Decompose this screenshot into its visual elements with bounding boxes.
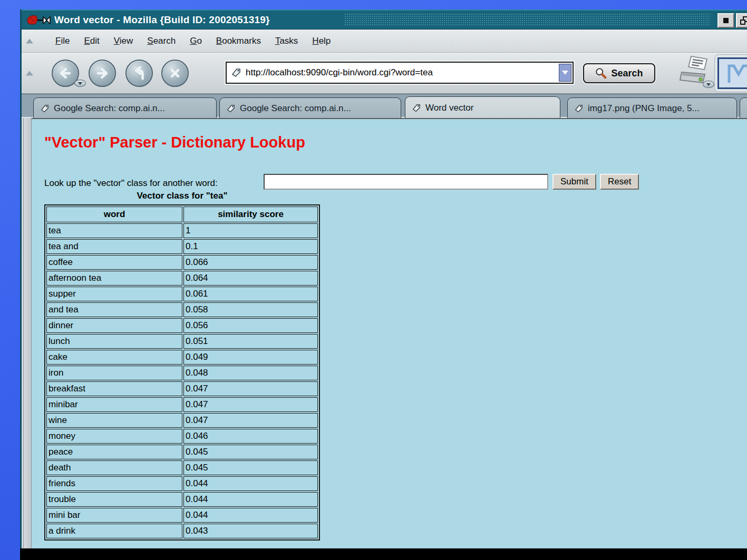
table-header-row: word similarity score [46,207,318,222]
tab-4[interactable]: img17.png (PNG Image, 5... [567,97,737,119]
cell-score: 0.047 [183,381,318,396]
search-button-label: Search [611,68,643,79]
forward-button[interactable] [89,60,116,87]
cell-word: friends [46,476,182,491]
window-title: Word vector - Mozilla {Build ID: 2002051… [54,14,270,26]
table-row: afternoon tea0.064 [46,271,318,286]
navigation-toolbar: Search [22,53,747,94]
table-row: dinner0.056 [46,318,318,333]
titlebar-texture [344,13,710,26]
sidebar-splitter[interactable] [23,118,32,548]
minimize-button[interactable] [717,13,734,28]
tab-1[interactable]: Google Search: comp.ai.n... [33,97,217,119]
tab-partial[interactable] [740,97,747,119]
page-content: "Vector" Parser - Dictionary Lookup Look… [32,118,747,548]
url-input[interactable] [241,63,559,83]
toolbar-grippy-icon[interactable] [26,71,33,76]
cell-score: 0.046 [183,429,318,444]
print-dropdown[interactable] [703,81,714,88]
results-table: word similarity score tea1tea and0.1coff… [44,204,320,541]
cell-score: 0.066 [183,255,318,270]
throbber[interactable] [714,54,747,92]
cell-score: 0.064 [183,271,318,286]
tab-2[interactable]: Google Search: comp.ai.n... [219,97,401,119]
cell-word: coffee [46,255,182,270]
title-bar[interactable]: Word vector - Mozilla {Build ID: 2002051… [22,9,747,30]
menu-item-view[interactable]: View [114,36,133,46]
bookmark-tag-icon [231,67,241,78]
cell-word: afternoon tea [46,271,182,286]
desktop: { "window": { "title": "Word vector - Mo… [0,0,747,560]
cell-score: 0.047 [183,397,318,412]
bookmark-tag-icon [574,104,584,113]
column-header-score: similarity score [183,207,318,222]
back-dropdown[interactable] [74,80,86,87]
cell-score: 0.044 [183,492,318,507]
magnifier-icon [595,67,607,79]
forward-arrow-icon [93,64,111,82]
menu-item-edit[interactable]: Edit [84,36,99,46]
stop-button[interactable] [161,60,189,87]
cell-word: lunch [46,334,182,349]
table-row: iron0.048 [46,366,318,380]
word-lookup-input[interactable] [264,174,548,190]
table-row: wine0.047 [46,413,318,428]
menu-item-go[interactable]: Go [190,36,202,46]
cell-word: and tea [46,302,182,317]
cell-score: 0.045 [183,460,318,475]
table-row: lunch0.051 [46,334,318,349]
table-row: breakfast0.047 [46,381,318,396]
cell-word: supper [46,287,182,301]
cell-word: death [46,460,182,475]
cell-word: minibar [46,397,182,412]
search-button[interactable]: Search [583,63,655,83]
menu-bar: FileEditViewSearchGoBookmarksTasksHelp [22,30,747,53]
cell-score: 1 [183,223,318,238]
minimize-icon [723,18,729,23]
toolbar-grippy-icon[interactable] [26,38,33,43]
back-arrow-icon [56,64,74,82]
tab-label: Google Search: comp.ai.n... [240,103,351,114]
cell-score: 0.049 [183,350,318,365]
table-row: trouble0.044 [46,492,318,507]
restore-icon [740,16,747,25]
tab-bar: Google Search: comp.ai.n...Google Search… [22,94,747,118]
url-bar [226,62,574,84]
menu-item-bookmarks[interactable]: Bookmarks [216,36,261,46]
cell-score: 0.058 [183,302,318,317]
cell-word: wine [46,413,182,428]
cell-word: tea [46,223,182,238]
table-row: minibar0.047 [46,397,318,412]
url-dropdown-button[interactable] [559,64,571,82]
tab-3[interactable]: Word vector [405,96,560,119]
cell-word: breakfast [46,381,182,396]
menu-item-search[interactable]: Search [147,36,176,46]
cell-score: 0.1 [183,239,318,254]
cell-word: trouble [46,492,182,507]
results-table-body: tea1tea and0.1coffee0.066afternoon tea0.… [46,223,318,538]
table-row: mini bar0.044 [46,508,318,523]
submit-button[interactable]: Submit [552,174,596,190]
table-row: cake0.049 [46,350,318,365]
restore-button[interactable] [736,13,747,28]
cell-word: tea and [46,239,182,254]
cell-score: 0.044 [183,508,318,523]
menu-item-tasks[interactable]: Tasks [275,36,298,46]
menu-item-help[interactable]: Help [312,36,331,46]
bookmark-tag-icon [412,103,421,113]
cell-score: 0.047 [183,413,318,428]
table-caption: Vector class for "tea" [44,191,320,201]
screen-black-bar [20,548,747,560]
mozilla-throbber-icon [717,57,747,89]
reset-button[interactable]: Reset [600,174,639,190]
table-row: money0.046 [46,429,318,444]
cell-score: 0.051 [183,334,318,349]
reload-button[interactable] [125,60,153,87]
page-title: "Vector" Parser - Dictionary Lookup [44,134,305,151]
reload-icon [130,64,148,82]
menu-item-file[interactable]: File [55,36,70,46]
table-row: and tea0.058 [46,302,318,317]
bookmark-tag-icon [40,104,50,113]
cell-word: dinner [46,318,182,333]
cell-score: 0.043 [183,524,318,538]
